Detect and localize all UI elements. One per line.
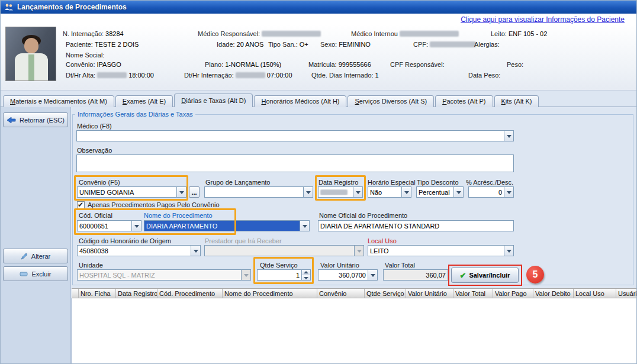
patient-info-link[interactable]: Clique aqui para visualizar Informações … — [461, 15, 625, 24]
tab-servicos-diversos[interactable]: Serviços Diversos (Alt S) — [348, 95, 434, 107]
observacao-label: Observação — [77, 147, 112, 154]
grid-column-convenio[interactable]: Convênio — [317, 289, 365, 298]
grid-column-valor-pago[interactable]: Valor Pago — [493, 289, 533, 298]
grid-header-indicator — [72, 289, 79, 298]
medico-combobox[interactable] — [76, 130, 514, 141]
button-label: Excluir — [31, 270, 51, 278]
chevron-down-icon[interactable] — [353, 187, 362, 197]
cod-oficial-combobox[interactable]: 60000651 — [77, 220, 141, 231]
apenas-procedimentos-checkbox[interactable] — [77, 201, 85, 209]
grid-column-data-registro[interactable]: Data Registro — [116, 289, 157, 298]
spinner-down-icon[interactable] — [302, 275, 310, 280]
chevron-down-icon[interactable] — [453, 187, 463, 197]
chevron-down-icon[interactable] — [191, 246, 200, 256]
convenio-label: Convênio (F5) — [79, 179, 120, 186]
field-value: 38284 — [105, 30, 124, 37]
horario-especial-combobox[interactable]: Não — [368, 186, 411, 198]
grid-column-qtde-servico[interactable]: Qtde Serviço — [365, 289, 406, 298]
excluir-button[interactable]: Excluir — [3, 266, 68, 281]
field-label: Dt/Hr Alta: — [66, 72, 95, 79]
left-sidebar — [1, 107, 71, 364]
field-label: Nome Social: — [66, 51, 104, 59]
chevron-down-icon[interactable] — [303, 187, 313, 197]
redacted-value — [262, 31, 321, 37]
grupo-lancamento-combobox[interactable] — [204, 186, 313, 198]
spinner-up-icon[interactable] — [302, 270, 310, 275]
grid-column-usuario[interactable]: Usuári — [616, 289, 637, 298]
field-label: Data Peso: — [468, 72, 500, 79]
field-label: Convênio: — [66, 61, 95, 68]
patient-field-medico-responsavel: Médico Responsável: — [198, 30, 321, 37]
nome-procedimento-combobox[interactable]: DIARIA APARTAMENTO — [144, 220, 310, 231]
tab-pacotes[interactable]: Pacotes (Alt P) — [435, 95, 493, 107]
patient-field-leito: Leito: ENF 105 - 02 — [491, 30, 547, 37]
tab-honorarios-medicos[interactable]: Honorários Médicos (Alt H) — [254, 95, 346, 107]
grid-column-valor-total[interactable]: Valor Total — [453, 289, 493, 298]
patient-field-qtde-dias: Qtde. Dias Internado: 1 — [311, 72, 379, 79]
grupo-lancamento-label: Grupo de Lançamento — [205, 179, 270, 186]
field-value: TESTE 2 DOIS — [95, 41, 139, 48]
acresc-desc-combobox[interactable]: 0 — [468, 186, 514, 198]
photo-head-silhouette — [24, 38, 38, 53]
chevron-down-icon[interactable] — [368, 270, 377, 280]
grid-column-valor-unitario[interactable]: Valor Unitário — [406, 289, 453, 298]
chevron-down-icon[interactable] — [131, 221, 141, 231]
field-value: 1 — [375, 72, 379, 79]
local-uso-combobox[interactable]: LEITO — [368, 245, 514, 256]
patient-field-idade: Idade: 20 ANOS — [217, 41, 263, 48]
cod-oficial-label: Cód. Oficial — [79, 212, 112, 219]
application-window: Lançamentos de Procedimentos Clique aqui… — [0, 0, 637, 364]
alterar-button[interactable]: Alterar — [3, 249, 68, 263]
nome-procedimento-label: Nome do Procedimento — [144, 212, 213, 219]
check-icon: ✔ — [460, 271, 467, 280]
chevron-down-icon[interactable] — [504, 187, 513, 197]
field-label: CPF: — [413, 41, 428, 48]
field-label: N. Internação: — [63, 30, 104, 37]
grid-column-local-uso[interactable]: Local Uso — [574, 289, 616, 298]
combo-value — [318, 189, 353, 195]
tab-exames[interactable]: Exames (Alt E) — [115, 95, 173, 107]
chevron-down-icon[interactable] — [504, 246, 513, 256]
chevron-down-icon[interactable] — [176, 187, 186, 197]
convenio-browse-button[interactable]: ... — [189, 186, 200, 198]
redacted-value — [400, 31, 459, 37]
nome-oficial-input[interactable]: DIARIA DE APARTAMENTO STANDARD — [318, 220, 514, 231]
patient-field-plano: Plano: 1-NORMAL (150%) — [205, 61, 281, 68]
grid-header: Nro. Ficha Data Registro Cód. Procedimen… — [72, 288, 637, 298]
button-label: Retornar (ESC) — [20, 117, 65, 124]
field-label: Leito: — [491, 30, 507, 37]
grid-column-nome-procedimento[interactable]: Nome do Procedimento — [223, 289, 317, 298]
grid-column-valor-debito[interactable]: Valor Debito — [533, 289, 574, 298]
tipo-desconto-combobox[interactable]: Percentual — [416, 186, 464, 198]
retornar-button[interactable]: Retornar (ESC) — [3, 112, 68, 127]
combo-value: 45080038 — [78, 247, 191, 255]
arrow-left-icon — [7, 117, 16, 124]
valor-unitario-combobox[interactable]: 360,0700 — [318, 269, 378, 281]
field-label: Paciente: — [66, 41, 93, 48]
data-registro-combobox[interactable] — [318, 186, 363, 198]
patient-field-data-peso: Data Peso: — [468, 72, 500, 79]
convenio-combobox[interactable]: UNIMED GOIANIA — [77, 186, 186, 198]
patient-field-n-internacao: N. Internação: 38284 — [63, 30, 124, 37]
field-label: Médico Responsável: — [198, 30, 260, 37]
tab-kits[interactable]: Kits (Alt K) — [494, 95, 539, 107]
patient-photo — [5, 27, 56, 81]
chevron-down-icon[interactable] — [300, 221, 309, 231]
qtde-servico-spinner[interactable]: 1 — [257, 269, 311, 281]
chevron-down-icon[interactable] — [504, 131, 513, 141]
combo-value: HOSPITAL SQL - MATRIZ — [78, 272, 241, 279]
redacted-value — [320, 189, 348, 195]
patient-field-peso: Peso: — [507, 61, 523, 68]
field-value: 20 ANOS — [237, 41, 264, 48]
cod-honorario-combobox[interactable]: 45080038 — [77, 245, 201, 256]
grid-column-cod-procedimento[interactable]: Cód. Procedimento — [157, 289, 223, 298]
observacao-input[interactable] — [76, 154, 514, 172]
tab-materiais-medicamentos[interactable]: Materiais e Medicamentos (Alt M) — [3, 95, 114, 107]
field-label: Idade: — [217, 41, 235, 48]
grid-column-nro-ficha[interactable]: Nro. Ficha — [79, 289, 116, 298]
patient-field-sexo: Sexo: FEMININO — [320, 41, 371, 48]
eraser-icon — [20, 271, 28, 277]
chevron-down-icon[interactable] — [401, 187, 411, 197]
salvar-incluir-button[interactable]: ✔ Salvar/Incluir — [451, 268, 519, 283]
tab-diarias-taxas[interactable]: Diárias e Taxas (Alt D) — [174, 94, 253, 107]
